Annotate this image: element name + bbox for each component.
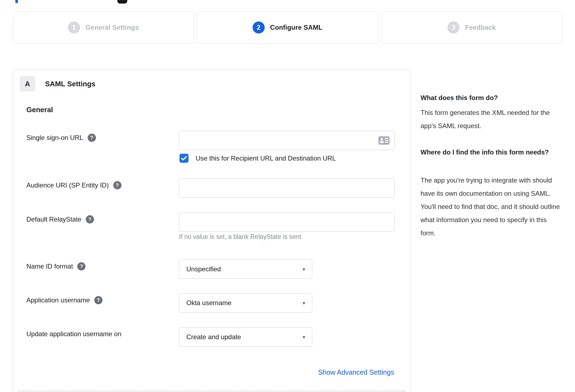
use-for-recipient-url-checkbox[interactable] [179,154,189,163]
relaystate-hint: If no value is set, a blank RelayState i… [179,233,301,241]
help-icon[interactable]: ? [86,215,94,223]
single-sign-on-url-inputwrap [179,131,395,150]
help-icon[interactable]: ? [94,296,103,304]
field-label-text: Default RelayState [26,216,81,223]
default-relaystate-label: Default RelayState ? [26,215,94,223]
step-number-badge: 1 [68,21,80,34]
help-icon[interactable]: ? [113,181,121,189]
field-label-text: Single sign-on URL [26,134,83,142]
panel-title: SAML Settings [45,76,95,92]
sidebar-heading-what: What does this form do? [421,91,498,105]
dropdown-caret-icon: ▼ [302,335,306,339]
name-id-format-label: Name ID format ? [26,262,85,270]
step-configure-saml[interactable]: 2 Configure SAML [197,12,378,43]
field-label-text: Audience URI (SP Entity ID) [26,181,109,189]
general-heading: General [26,106,53,114]
help-icon[interactable]: ? [77,262,85,270]
name-id-format-select[interactable]: Unspecified ▼ [179,260,312,279]
field-label-text: Update application username on [26,330,121,338]
update-username-on-label: Update application username on [26,330,121,338]
dropdown-caret-icon: ▼ [302,267,306,272]
checkbox-label: Use this for Recipient URL and Destinati… [196,154,336,162]
select-value: Unspecified [179,265,221,273]
recipient-url-checkbox-row: Use this for Recipient URL and Destinati… [179,154,336,163]
section-dashed-divider [18,391,406,391]
sidebar-body-what: This form generates the XML needed for t… [421,106,563,132]
step-number-badge: 3 [447,21,460,34]
step-number-badge: 2 [253,21,265,34]
step-label: Configure SAML [270,24,323,31]
wizard-stepper: 1 General Settings 2 Configure SAML 3 Fe… [13,12,562,43]
section-a-badge: A [20,76,35,92]
sidebar-body-where: The app you're trying to integrate with … [421,174,563,240]
update-username-on-select[interactable]: Create and update ▼ [179,327,312,347]
default-relaystate-input[interactable] [179,212,395,232]
application-username-select[interactable]: Okta username ▼ [179,293,312,313]
step-label: Feedback [465,24,496,31]
audience-uri-label: Audience URI (SP Entity ID) ? [26,181,121,189]
application-username-label: Application username ? [26,296,103,304]
step-label: General Settings [85,24,139,31]
select-value: Okta username [179,299,231,307]
select-value: Create and update [179,333,241,341]
saml-settings-card: A SAML Settings General Single sign-on U… [13,70,411,392]
audience-uri-input[interactable] [179,178,395,198]
step-general-settings[interactable]: 1 General Settings [13,12,194,43]
field-label-text: Name ID format [26,263,73,270]
dropdown-caret-icon: ▼ [302,301,306,305]
single-sign-on-url-label: Single sign-on URL ? [26,134,96,142]
configure-saml-screen: 1 General Settings 2 Configure SAML 3 Fe… [0,0,575,392]
single-sign-on-url-input[interactable] [179,131,395,150]
checkmark-icon [181,156,187,161]
cutoff-logo-fragment [117,0,127,4]
show-advanced-settings-link[interactable]: Show Advanced Settings [318,368,394,376]
cutoff-blue-fragment [15,0,18,3]
help-icon[interactable]: ? [88,134,96,142]
step-feedback[interactable]: 3 Feedback [381,12,562,43]
field-label-text: Application username [26,296,90,304]
sidebar-heading-where: Where do I find the info this form needs… [421,145,549,159]
